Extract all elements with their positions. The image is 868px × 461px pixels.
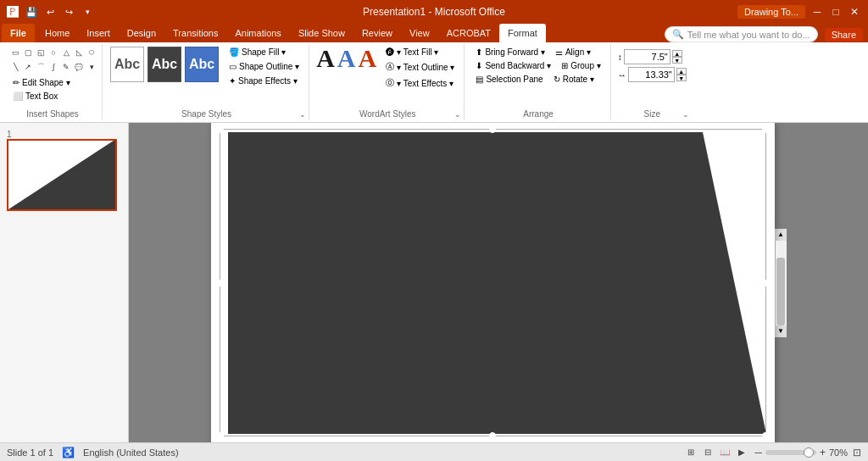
tab-review[interactable]: Review [353, 24, 401, 42]
zoom-slider-thumb[interactable] [804, 447, 814, 458]
shape-effects-button[interactable]: ✦ Shape Effects ▾ [225, 75, 303, 87]
wordart-style-3[interactable]: A [359, 46, 377, 71]
scroll-up-arrow[interactable]: ▲ [775, 229, 787, 241]
tab-insert[interactable]: Insert [78, 24, 119, 42]
wordart-style-1[interactable]: A [316, 46, 335, 71]
zoom-in-button[interactable]: + [820, 447, 826, 458]
shape-styles-expand[interactable]: ⌄ [299, 110, 306, 119]
normal-view-button[interactable]: ⊞ [683, 445, 698, 460]
shape-fill-button[interactable]: 🪣 Shape Fill ▾ [225, 46, 303, 58]
width-up[interactable]: ▲ [676, 68, 687, 75]
height-input[interactable] [624, 49, 670, 64]
shape-callout[interactable]: 💬 [72, 60, 86, 74]
tab-home[interactable]: Home [36, 24, 78, 42]
shape-line[interactable]: ╲ [8, 60, 22, 74]
shape-arrow[interactable]: ↗ [21, 60, 35, 74]
text-effects-button[interactable]: ⓪ ▾ Text Effects ▾ [381, 75, 459, 91]
scroll-down-arrow[interactable]: ▼ [775, 325, 787, 337]
accessibility-icon[interactable]: ♿ [62, 447, 75, 458]
wordart-style-2[interactable]: A [337, 46, 356, 71]
tab-file[interactable]: File [2, 24, 35, 42]
minimize-button[interactable]: ─ [810, 5, 824, 19]
shape-expand[interactable]: ▾ [85, 60, 98, 74]
scrollbar-vertical[interactable]: ▲ ▼ [775, 229, 787, 337]
dark-triangle [228, 132, 766, 434]
shape-connector[interactable]: ⌒ [34, 60, 47, 74]
tab-slideshow[interactable]: Slide Show [290, 24, 353, 42]
customize-qa-button[interactable]: ▾ [80, 4, 95, 19]
tab-view[interactable]: View [401, 24, 438, 42]
send-backward-icon: ⬇ [476, 61, 482, 70]
shape-style-3[interactable]: Abc [185, 47, 219, 82]
thumb-triangle [8, 139, 117, 209]
wordart-expand[interactable]: ⌄ [454, 110, 461, 119]
text-outline-button[interactable]: Ⓐ ▾ Text Outline ▾ [381, 59, 459, 75]
width-input[interactable] [628, 67, 675, 82]
ribbon-group-insert-shapes: ▭ ▢ ◱ ○ △ ◺ ⬡ ╲ ↗ ⌒ ∫ ✎ 💬 ▾ ✏ Edit Shape… [3, 44, 103, 120]
group-icon: ⊞ [561, 61, 568, 70]
slide-info: Slide 1 of 1 [7, 447, 53, 458]
size-expand[interactable]: ⌄ [682, 110, 689, 119]
canvas-area: ▲ ▼ [129, 123, 868, 442]
send-backward-button[interactable]: ⬇ Send Backward ▾ [471, 59, 555, 72]
slide-sorter-button[interactable]: ⊟ [700, 445, 715, 460]
text-box-button[interactable]: ⬜ Text Box [8, 90, 62, 103]
tab-format[interactable]: Format [499, 24, 546, 42]
height-row: ↕ ▲ ▼ [618, 49, 687, 64]
maximize-button[interactable]: □ [829, 5, 843, 19]
selection-pane-button[interactable]: ▤ Selection Pane [471, 73, 547, 86]
height-down[interactable]: ▼ [672, 57, 682, 64]
shape-chevron[interactable]: ⬡ [85, 46, 98, 59]
rotate-button[interactable]: ↻ Rotate ▾ [549, 73, 598, 86]
shape-freeform[interactable]: ✎ [59, 60, 73, 74]
tab-acrobat[interactable]: ACROBAT [438, 24, 499, 42]
shape-rect[interactable]: ▭ [8, 46, 22, 59]
insert-shapes-label: Insert Shapes [3, 109, 102, 119]
shape-style-1[interactable]: Abc [110, 47, 144, 82]
shape-triangle[interactable]: △ [59, 46, 73, 59]
ribbon-group-arrange: ⬆ Bring Forward ▾ ⚌ Align ▾ ⬇ Send Backw… [466, 44, 610, 120]
app-icon: 🅿 [7, 5, 19, 19]
width-down[interactable]: ▼ [676, 75, 687, 81]
group-button[interactable]: ⊞ Group ▾ [557, 59, 605, 72]
slide-1-container[interactable]: 1 [7, 130, 121, 211]
selection-pane-icon: ▤ [476, 75, 483, 84]
close-button[interactable]: ✕ [848, 5, 861, 19]
tell-me-box[interactable]: 🔍 Tell me what you want to do... [665, 26, 818, 42]
redo-button[interactable]: ↪ [61, 4, 76, 19]
slide-canvas[interactable] [211, 123, 775, 442]
shape-rounded[interactable]: ▢ [21, 46, 35, 59]
tab-design[interactable]: Design [119, 24, 164, 42]
reading-view-button[interactable]: 📖 [717, 445, 732, 460]
shape-rt-triangle[interactable]: ◺ [72, 46, 86, 59]
tab-transitions[interactable]: Transitions [164, 24, 226, 42]
align-button[interactable]: ⚌ Align ▾ [551, 46, 598, 58]
scroll-thumb[interactable] [776, 258, 785, 325]
shape-snip[interactable]: ◱ [34, 46, 47, 59]
edit-shape-button[interactable]: ✏ Edit Shape ▾ [8, 76, 75, 89]
undo-button[interactable]: ↩ [42, 4, 58, 19]
width-icon: ↔ [618, 70, 626, 80]
text-style-buttons: 🅐 ▾ Text Fill ▾ Ⓐ ▾ Text Outline ▾ ⓪ ▾ T… [381, 46, 459, 103]
slideshow-button[interactable]: ▶ [734, 445, 749, 460]
shape-curve[interactable]: ∫ [47, 60, 60, 74]
shape-outline-button[interactable]: ▭ Shape Outline ▾ [225, 60, 303, 73]
text-fill-button[interactable]: 🅐 ▾ Text Fill ▾ [381, 46, 459, 58]
save-button[interactable]: 💾 [24, 4, 39, 19]
zoom-out-button[interactable]: ─ [754, 447, 762, 458]
shape-oval[interactable]: ○ [47, 46, 60, 59]
height-spinner: ▲ ▼ [672, 50, 682, 64]
share-button[interactable]: Share [825, 28, 863, 42]
bring-forward-button[interactable]: ⬆ Bring Forward ▾ [471, 46, 549, 58]
zoom-slider[interactable] [765, 450, 816, 455]
fit-slide-button[interactable]: ⊡ [853, 447, 861, 458]
slide-thumbnail[interactable] [7, 139, 117, 211]
tab-animations[interactable]: Animations [226, 24, 289, 42]
status-left: Slide 1 of 1 ♿ English (United States) [7, 447, 179, 458]
title-bar-controls: Drawing To... ─ □ ✕ [737, 5, 861, 19]
shape-style-2[interactable]: Abc [147, 47, 181, 82]
drawing-tools-badge: Drawing To... [737, 5, 805, 19]
ribbon-group-shape-styles: Abc Abc Abc 🪣 Shape Fill ▾ ▭ Shape Outli… [104, 44, 309, 120]
scroll-track[interactable] [776, 241, 787, 325]
height-up[interactable]: ▲ [672, 50, 682, 57]
